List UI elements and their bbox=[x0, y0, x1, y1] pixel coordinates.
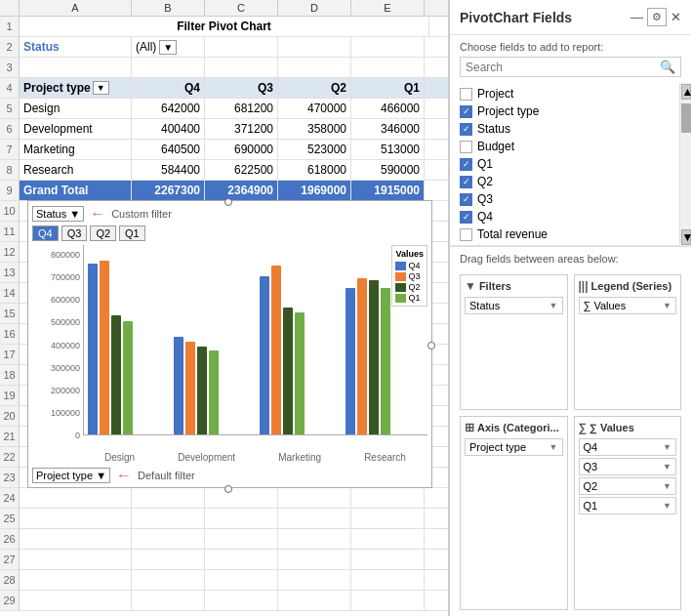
axis-projtype-name: Project type bbox=[469, 441, 526, 453]
row-1: 1 Filter Pivot Chart bbox=[0, 17, 448, 37]
values-q1-dropdown[interactable]: ▼ bbox=[663, 501, 671, 511]
filter-status-dropdown[interactable]: ▼ bbox=[549, 301, 558, 310]
field-check-q4[interactable]: ✓ bbox=[460, 211, 472, 224]
rownum-4: 4 bbox=[0, 78, 20, 98]
tab-q2[interactable]: Q2 bbox=[90, 226, 116, 241]
field-check-q2[interactable]: ✓ bbox=[460, 176, 472, 188]
row8-a: Research bbox=[20, 160, 132, 180]
field-check-q3[interactable]: ✓ bbox=[460, 193, 472, 206]
x-labels: Design Development Marketing Research bbox=[32, 452, 427, 463]
scroll-up-btn[interactable]: ▲ bbox=[681, 84, 691, 100]
axis-projtype-dropdown[interactable]: ▼ bbox=[549, 442, 558, 452]
bar-dev-q2 bbox=[197, 347, 207, 434]
values-q3-field[interactable]: Q3 ▼ bbox=[579, 458, 677, 475]
col-q1: Q1 bbox=[351, 78, 425, 98]
field-check-project-type[interactable]: ✓ bbox=[460, 105, 472, 118]
handle-bottom[interactable] bbox=[224, 485, 232, 493]
bar-design-q3 bbox=[100, 261, 109, 434]
panel-title: PivotChart Fields bbox=[460, 10, 572, 25]
field-check-project[interactable] bbox=[460, 88, 472, 101]
row-26: 26 bbox=[0, 529, 448, 550]
projtype-filter-btn[interactable]: ▼ bbox=[93, 81, 109, 95]
field-budget: Budget bbox=[460, 138, 670, 155]
field-check-q1[interactable]: ✓ bbox=[460, 158, 472, 171]
status-value: (All) ▼ bbox=[132, 37, 205, 57]
scrollbar-track[interactable]: ▲ ▼ bbox=[679, 83, 691, 246]
field-label-project-type: Project type bbox=[477, 104, 539, 118]
chart-status-filter[interactable]: Status ▼ bbox=[32, 206, 84, 222]
scroll-down-btn[interactable]: ▼ bbox=[681, 229, 691, 245]
row5-c: 681200 bbox=[205, 99, 278, 118]
status-label: Status bbox=[20, 37, 132, 57]
handle-top[interactable] bbox=[224, 198, 232, 206]
search-input[interactable] bbox=[466, 61, 660, 74]
panel-header: PivotChart Fields ― ⚙ ✕ bbox=[450, 0, 691, 35]
field-total-revenue: Total revenue bbox=[460, 226, 670, 243]
values-q4-field[interactable]: Q4 ▼ bbox=[579, 438, 677, 456]
col-header-a: A bbox=[20, 0, 132, 16]
row6-e: 346000 bbox=[351, 119, 425, 139]
rownum-20: 20 bbox=[0, 406, 20, 426]
tab-q1[interactable]: Q1 bbox=[119, 226, 145, 241]
scroll-thumb[interactable] bbox=[681, 103, 691, 133]
cell-25e bbox=[351, 509, 425, 528]
row-7: 7 Marketing 640500 690000 523000 513000 bbox=[0, 140, 448, 160]
cell-3a bbox=[20, 58, 132, 77]
values-q3-dropdown[interactable]: ▼ bbox=[663, 462, 671, 472]
handle-right[interactable] bbox=[427, 342, 435, 349]
col-q4: Q4 bbox=[132, 78, 205, 98]
col-header-c: C bbox=[205, 0, 278, 16]
status-filter-btn[interactable]: ▼ bbox=[159, 40, 177, 55]
legend-series-icon: ||| bbox=[579, 279, 589, 293]
legend-values-dropdown[interactable]: ▼ bbox=[663, 301, 671, 310]
panel-settings-btn[interactable]: ⚙ bbox=[647, 8, 667, 26]
legend-q3-color bbox=[395, 272, 406, 281]
field-q3: ✓ Q3 bbox=[460, 190, 670, 208]
cell-24b bbox=[132, 488, 205, 508]
area-values: ∑ ∑ Values Q4 ▼ Q3 ▼ Q2 ▼ Q1 ▼ bbox=[574, 416, 682, 610]
legend-q3: Q3 bbox=[395, 271, 424, 281]
field-check-budget[interactable] bbox=[460, 141, 472, 153]
row6-a: Development bbox=[20, 119, 132, 139]
bar-dev-q4 bbox=[174, 337, 183, 434]
row7-c: 690000 bbox=[205, 140, 278, 159]
area-legend-label: Legend (Series) bbox=[591, 280, 672, 292]
tab-q4[interactable]: Q4 bbox=[32, 226, 59, 241]
values-q2-dropdown[interactable]: ▼ bbox=[663, 481, 671, 491]
values-q4-name: Q4 bbox=[584, 441, 598, 453]
cell-26b bbox=[132, 529, 205, 549]
rownum-10: 10 bbox=[0, 201, 20, 221]
custom-filter-label: Custom filter bbox=[111, 208, 172, 220]
field-label-project: Project bbox=[477, 87, 513, 101]
bar-mkt-q4 bbox=[260, 276, 269, 434]
row-29: 29 bbox=[0, 591, 448, 611]
area-values-header: ∑ ∑ Values bbox=[579, 421, 677, 434]
search-box: 🔍 bbox=[460, 57, 681, 77]
row9-d: 1969000 bbox=[278, 181, 351, 200]
panel-minimize-btn[interactable]: ― bbox=[630, 10, 643, 24]
rownum-26: 26 bbox=[0, 529, 20, 549]
fields-list-container: Project ✓ Project type ✓ Status Budget ✓… bbox=[450, 83, 691, 247]
values-q4-dropdown[interactable]: ▼ bbox=[663, 442, 671, 452]
area-filters: ▼ Filters Status ▼ bbox=[460, 274, 568, 410]
row8-b: 584400 bbox=[132, 160, 205, 180]
cell-27a bbox=[20, 550, 132, 569]
field-check-status[interactable]: ✓ bbox=[460, 123, 472, 136]
tab-q3[interactable]: Q3 bbox=[61, 226, 88, 241]
field-label-status: Status bbox=[477, 122, 510, 136]
values-q1-field[interactable]: Q1 ▼ bbox=[579, 497, 677, 514]
axis-projtype-field[interactable]: Project type ▼ bbox=[465, 438, 563, 456]
cell-28c bbox=[205, 570, 278, 590]
filter-status-field[interactable]: Status ▼ bbox=[465, 297, 563, 314]
cell-3c bbox=[205, 58, 278, 77]
legend-values-field[interactable]: ∑ Values ▼ bbox=[579, 297, 677, 314]
values-q2-field[interactable]: Q2 ▼ bbox=[579, 477, 677, 495]
rownum-8: 8 bbox=[0, 160, 20, 180]
values-sigma-icon: ∑ bbox=[579, 421, 588, 434]
legend-q4-color bbox=[395, 262, 406, 270]
panel-close-btn[interactable]: ✕ bbox=[671, 10, 681, 24]
cell-25d bbox=[278, 509, 351, 528]
chart-projtype-filter[interactable]: Project type ▼ bbox=[32, 468, 110, 483]
cell-3e bbox=[351, 58, 425, 77]
field-check-total-revenue[interactable] bbox=[460, 228, 472, 241]
